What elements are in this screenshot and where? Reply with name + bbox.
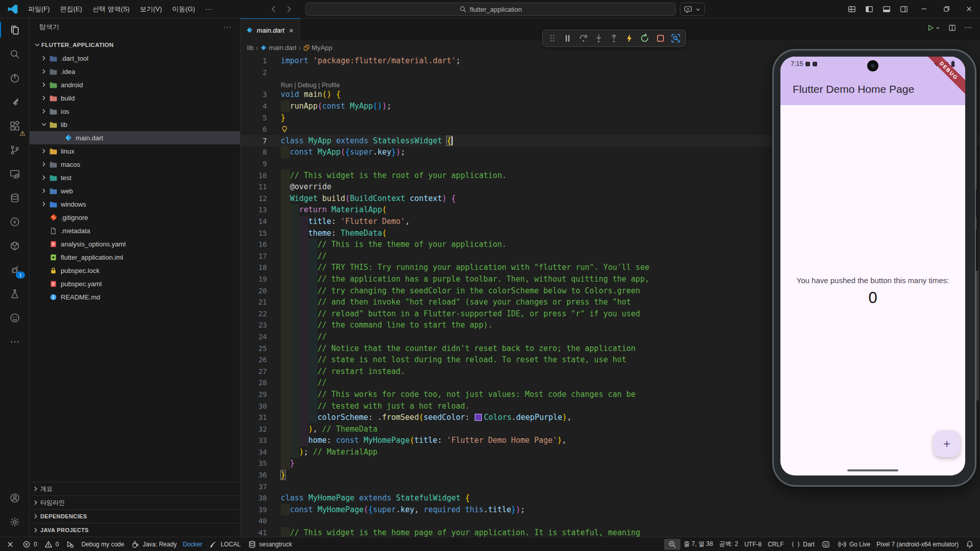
tree-item-dart-tool[interactable]: .dart_tool xyxy=(29,52,240,65)
menu-편집-e[interactable]: 편집(E) xyxy=(56,3,87,16)
breadcrumb-main-dart[interactable]: main.dart xyxy=(260,44,297,52)
tree-item-linux[interactable]: linux xyxy=(29,144,240,158)
database-icon[interactable] xyxy=(0,186,29,210)
restore-button[interactable] xyxy=(935,0,958,18)
run-menu-icon[interactable] xyxy=(927,24,940,32)
tree-item-ios[interactable]: ios xyxy=(29,105,240,118)
pause-icon[interactable] xyxy=(561,32,574,45)
status-java-ready[interactable]: Java: Ready xyxy=(127,539,180,550)
thunder-client-icon[interactable] xyxy=(0,210,29,234)
restart-icon[interactable] xyxy=(638,32,651,45)
status-dart[interactable]: { }Dart xyxy=(787,539,818,550)
status-debug-start[interactable] xyxy=(62,539,78,550)
status-sesangtruck[interactable]: sesangtruck xyxy=(244,539,296,550)
docker-icon[interactable] xyxy=(0,234,29,258)
codelens-run-debug-profile[interactable]: Run | Debug | Profile xyxy=(281,82,340,89)
tree-item-build[interactable]: build xyxy=(29,91,240,105)
remote-explorer-icon[interactable] xyxy=(0,162,29,186)
explorer-more-icon[interactable]: ··· xyxy=(224,23,232,31)
tree-item-windows[interactable]: windows xyxy=(29,197,240,211)
tree-item-web[interactable]: web xyxy=(29,184,240,197)
tree-item-flutter-application-iml[interactable]: flutter_application.iml xyxy=(29,251,240,264)
step-into-icon[interactable] xyxy=(592,32,605,45)
status-go-live[interactable]: Go Live xyxy=(834,539,873,550)
code-line-40[interactable]: 40 xyxy=(240,515,980,527)
account-icon[interactable] xyxy=(0,486,29,510)
tree-item-pubspec-lock[interactable]: pubspec.lock xyxy=(29,264,240,277)
split-editor-icon[interactable] xyxy=(948,24,956,32)
step-out-icon[interactable] xyxy=(607,32,621,45)
section-dependencies[interactable]: DEPENDENCIES xyxy=(29,509,240,523)
status-debug-my-code[interactable]: Debug my code xyxy=(78,539,127,550)
status-공백-2[interactable]: 공백: 2 xyxy=(716,539,741,550)
menu-보기-v[interactable]: 보기(V) xyxy=(135,3,166,16)
menu-선택-영역-s[interactable]: 선택 영역(S) xyxy=(88,3,134,16)
settings-icon[interactable] xyxy=(0,510,29,534)
status-0[interactable]: 0 xyxy=(18,539,40,550)
toggle-primary-sidebar-icon[interactable] xyxy=(861,2,878,16)
more-icon[interactable] xyxy=(0,330,29,354)
customize-layout-icon[interactable] xyxy=(843,2,861,16)
debug-icon[interactable]: 1 xyxy=(0,258,29,282)
breadcrumb-myapp[interactable]: MyApp xyxy=(303,44,332,52)
toggle-secondary-sidebar-icon[interactable] xyxy=(895,2,913,16)
extensions-icon[interactable]: ⚠ xyxy=(0,114,29,138)
tree-item-readme-md[interactable]: README.md xyxy=(29,290,240,304)
stop-icon[interactable] xyxy=(654,32,667,45)
tree-item-pubspec-yaml[interactable]: pubspec.yaml xyxy=(29,277,240,290)
step-over-icon[interactable] xyxy=(577,32,590,45)
status-utf-8[interactable]: UTF-8 xyxy=(741,539,765,550)
tree-item-analysis-options-yaml[interactable]: analysis_options.yaml xyxy=(29,237,240,251)
section-개요[interactable]: 개요 xyxy=(29,482,240,495)
menu-파일-f[interactable]: 파일(F) xyxy=(23,3,55,16)
hot-reload-icon[interactable] xyxy=(623,32,636,45)
fab-increment-button[interactable]: + xyxy=(934,431,960,457)
spring-boot-icon[interactable] xyxy=(0,66,29,90)
tree-root[interactable]: FLUTTER_APPLICATION xyxy=(29,38,240,52)
status-zoom[interactable] xyxy=(664,539,680,550)
breadcrumb-lib[interactable]: lib xyxy=(247,44,254,52)
explorer-icon[interactable] xyxy=(0,18,29,42)
color-swatch-deep-purple[interactable] xyxy=(475,414,482,421)
forward-icon[interactable] xyxy=(285,5,293,13)
search-icon[interactable] xyxy=(0,42,29,66)
status-0[interactable]: 0 xyxy=(40,539,62,550)
navigation-handle[interactable] xyxy=(847,469,898,471)
tree-item-gitignore[interactable]: .gitignore xyxy=(29,211,240,224)
section-타임라인[interactable]: 타임라인 xyxy=(29,495,240,509)
toggle-panel-icon[interactable] xyxy=(878,2,895,16)
status-remote[interactable] xyxy=(2,539,18,550)
code-line-38[interactable]: 38class MyHomePage extends StatefulWidge… xyxy=(240,492,980,504)
status-docker[interactable]: Docker xyxy=(180,539,205,550)
code-line-39[interactable]: 39const MyHomePage({super.key, required … xyxy=(240,504,980,516)
lightbulb-icon[interactable] xyxy=(281,126,288,133)
tree-item-android[interactable]: android xyxy=(29,78,240,91)
minimize-button[interactable] xyxy=(913,0,935,18)
status-octoface[interactable] xyxy=(818,539,834,550)
status-bell[interactable] xyxy=(962,539,978,550)
tab-close-icon[interactable]: × xyxy=(288,26,295,35)
status-crlf[interactable]: CRLF xyxy=(765,539,787,550)
back-icon[interactable] xyxy=(270,5,278,13)
menu-이동-g[interactable]: 이동(G) xyxy=(167,3,200,16)
tree-item-test[interactable]: test xyxy=(29,171,240,184)
status-pixel-7-android-x64-emulator[interactable]: Pixel 7 (android-x64 emulator) xyxy=(873,539,962,550)
menu-[interactable]: ··· xyxy=(201,3,216,15)
status-local[interactable]: LOCAL xyxy=(205,539,243,550)
copilot-control[interactable] xyxy=(680,3,705,16)
flutter-icon[interactable] xyxy=(0,90,29,114)
tab-main-dart[interactable]: main.dart × xyxy=(240,18,300,41)
tree-item-lib[interactable]: lib xyxy=(29,118,240,131)
widget-inspector-icon[interactable] xyxy=(669,32,682,45)
tree-item-idea[interactable]: .idea xyxy=(29,65,240,78)
code-line-41[interactable]: 41// This widget is the home page of you… xyxy=(240,527,980,537)
source-control-icon[interactable] xyxy=(0,138,29,162)
tree-item-main-dart[interactable]: main.dart xyxy=(29,131,240,144)
tree-item-metadata[interactable]: .metadata xyxy=(29,224,240,237)
test-flask-icon[interactable] xyxy=(0,282,29,306)
status-줄-7-열-38[interactable]: 줄 7, 열 38 xyxy=(680,539,716,550)
editor-more-icon[interactable]: ⋯ xyxy=(964,23,972,32)
android-emulator-window[interactable]: 7:15 Flutter Demo Home Page DEBUG You ha… xyxy=(772,49,976,487)
github-icon[interactable] xyxy=(0,306,29,330)
close-button[interactable] xyxy=(958,0,980,18)
